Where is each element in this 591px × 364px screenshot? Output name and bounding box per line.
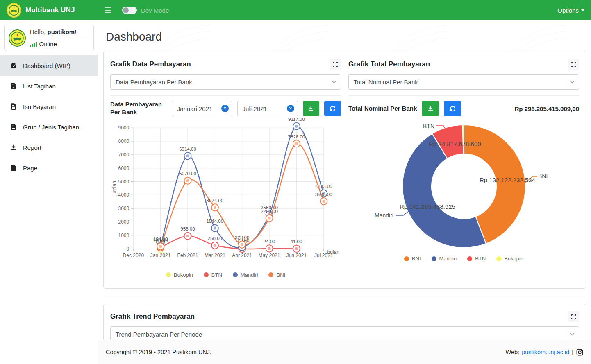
footer: Copyright © 2019 - 2021 Pustikom UNJ. We… (98, 340, 591, 364)
options-label: Options (557, 7, 579, 14)
sidebar-item-list-tagihan[interactable]: $List Tagihan (0, 76, 98, 96)
total-chart-title: Grafik Total Pembayaran (348, 60, 430, 68)
legend-dot-icon (496, 256, 501, 261)
refresh-button[interactable] (324, 101, 341, 116)
total-chart-type-select[interactable]: Total Nominal Per Bank (348, 74, 579, 90)
payment-filter-label: Data Pembayaran Per Bank (110, 101, 167, 116)
web-label: Web: (506, 349, 520, 355)
legend-item-bukopin[interactable]: Bukopin (496, 255, 523, 262)
line-chart-legend: BukopinBTNMandiriBNI (110, 272, 341, 278)
file-invoice-icon (10, 103, 17, 110)
svg-text:11.00: 11.00 (291, 239, 302, 244)
expand-button[interactable] (568, 311, 579, 322)
doughnut-label-bni: BNI (538, 173, 548, 179)
clear-date-icon[interactable]: ✕ (221, 105, 229, 112)
payment-chart-title: Grafik Data Pembayaran (110, 60, 191, 68)
divider (110, 95, 341, 96)
svg-text:5000: 5000 (118, 179, 129, 185)
payment-chart-section: Grafik Data Pembayaran Data Pembayaran P… (110, 58, 341, 282)
legend-item-bni[interactable]: BNI (404, 255, 421, 262)
footer-separator: | (572, 349, 573, 355)
refresh-icon (449, 105, 456, 112)
legend-item-bukopin[interactable]: Bukopin (166, 272, 193, 278)
brand-title: Multibank UNJ (25, 6, 75, 14)
svg-text:323.00: 323.00 (235, 235, 249, 240)
download-icon (427, 105, 434, 112)
sidebar-item-report[interactable]: Report (0, 137, 98, 158)
clear-date-icon[interactable]: ✕ (287, 105, 294, 112)
svg-text:258.00: 258.00 (208, 236, 222, 241)
svg-text:9000: 9000 (118, 125, 129, 131)
sidebar-item-isu-bayaran[interactable]: Isu Bayaran (0, 96, 98, 117)
legend-item-mandiri[interactable]: Mandiri (432, 255, 457, 262)
sidebar-item-label: Grup / Jenis Tagihan (23, 124, 79, 131)
expand-button[interactable] (330, 59, 341, 70)
svg-text:0: 0 (127, 246, 130, 252)
svg-text:6914.00: 6914.00 (179, 147, 196, 151)
svg-text:3000: 3000 (118, 206, 129, 211)
dev-mode-toggle[interactable] (122, 7, 137, 14)
svg-text:1544.00: 1544.00 (206, 219, 223, 224)
chevron-down-icon (565, 330, 579, 339)
svg-text:8000: 8000 (118, 138, 129, 144)
download-icon (307, 105, 314, 112)
sidebar-menu: Dashboard (WIP)$List TagihanIsu BayaranG… (0, 55, 98, 178)
total-chart-section: Grafik Total Pembayaran Total Nominal Pe… (348, 58, 579, 282)
doughnut-label-mandiri: Mandiri (375, 212, 393, 219)
expand-button[interactable] (568, 59, 579, 70)
instagram-icon[interactable] (576, 348, 584, 356)
svg-text:6000: 6000 (118, 165, 129, 171)
trend-chart-type-select[interactable]: Trend Pembayaran Per Periode (110, 326, 579, 340)
legend-dot-icon (432, 256, 436, 261)
web-link[interactable]: pustikom.unj.ac.id (522, 349, 569, 355)
svg-text:180.00: 180.00 (153, 237, 168, 242)
sidebar-item-label: Page (23, 165, 37, 172)
doughnut-legend: BNIMandiriBTNBukopin (348, 255, 579, 262)
download-button[interactable] (422, 101, 439, 116)
expand-icon (571, 314, 576, 319)
svg-text:Jan 2021: Jan 2021 (150, 253, 171, 258)
date-from-input[interactable]: Januari 2021 ✕ (172, 101, 232, 116)
legend-dot-icon (268, 272, 273, 277)
date-to-input[interactable]: Juli 2021 ✕ (237, 101, 298, 116)
options-dropdown[interactable]: Options (557, 7, 584, 14)
hamburger-menu-icon[interactable]: ☰ (104, 5, 111, 15)
sidebar-item-label: Report (23, 144, 41, 151)
svg-text:3074.00: 3074.00 (206, 198, 223, 203)
divider (348, 95, 579, 96)
status-badge: Online (39, 41, 57, 47)
legend-item-btn[interactable]: BTN (467, 255, 486, 262)
payment-line-chart: 0100020003000400050006000700080009000Dec… (110, 118, 341, 271)
svg-text:Apr 2021: Apr 2021 (232, 253, 252, 258)
page-title: Dashboard (106, 30, 584, 43)
svg-text:5070.00: 5070.00 (179, 171, 196, 176)
svg-text:Jun 2021: Jun 2021 (286, 253, 307, 258)
top-navbar: Multibank UNJ ☰ Dev Mode Options (0, 0, 591, 20)
file-icon (10, 164, 17, 172)
sidebar-item-page[interactable]: Page (0, 158, 98, 178)
refresh-icon (329, 105, 336, 112)
svg-text:7000: 7000 (118, 152, 129, 158)
sidebar-item-dashboard-wip[interactable]: Dashboard (WIP) (0, 55, 98, 76)
sidebar-item-label: List Tagihan (23, 83, 56, 90)
svg-text:2000: 2000 (118, 219, 129, 225)
refresh-button[interactable] (444, 101, 461, 116)
trend-chart-card: Grafik Trend Pembayaran Trend Pembayaran… (103, 304, 586, 340)
file-invoice-dollar-icon: $ (10, 82, 17, 90)
avatar (9, 29, 26, 47)
payment-chart-type-select[interactable]: Data Pembayaran Per Bank (110, 74, 341, 90)
legend-item-btn[interactable]: BTN (204, 272, 222, 278)
total-filter-label: Total Nominal Per Bank (348, 105, 417, 113)
caret-down-icon (581, 9, 584, 11)
svg-text:Dec 2020: Dec 2020 (123, 253, 144, 258)
sidebar-item-grup-jenis-tagihan[interactable]: Grup / Jenis Tagihan (0, 117, 98, 137)
legend-item-bni[interactable]: BNI (268, 272, 285, 278)
download-button[interactable] (303, 101, 320, 116)
main-content: Dashboard Grafik Data Pembayaran Data Pe… (98, 20, 591, 340)
signal-bars-icon (30, 41, 37, 47)
unj-logo-icon (7, 3, 21, 18)
dev-mode-label: Dev Mode (141, 7, 169, 14)
legend-item-mandiri[interactable]: Mandiri (233, 272, 258, 278)
trend-chart-title: Grafik Trend Pembayaran (110, 312, 195, 321)
chevron-down-icon (327, 77, 341, 86)
